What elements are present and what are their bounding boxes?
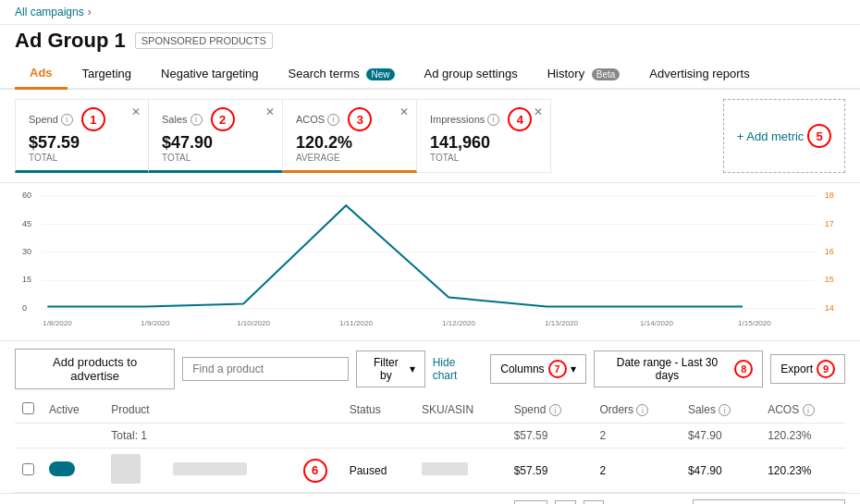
svg-text:1/14/2020: 1/14/2020 <box>640 319 673 327</box>
svg-text:1/12/2020: 1/12/2020 <box>442 319 475 327</box>
metric-spend-close[interactable]: ✕ <box>131 105 141 118</box>
th-sales: Sales i <box>681 397 760 424</box>
spend-info-icon[interactable]: i <box>61 114 73 126</box>
impressions-info-icon[interactable]: i <box>487 114 499 126</box>
tab-negative-targeting[interactable]: Negative targeting <box>146 59 274 90</box>
row-sku-blurred <box>422 462 468 475</box>
th-sku: SKU/ASIN <box>414 397 507 424</box>
spend-th-info[interactable]: i <box>549 404 561 416</box>
metrics-row: Spend i 1 $57.59 TOTAL ✕ Sales i 2 $47.9… <box>0 90 860 183</box>
svg-text:45: 45 <box>22 219 31 228</box>
acos-info-icon[interactable]: i <box>327 114 339 126</box>
row-orders: 2 <box>592 449 680 493</box>
columns-button[interactable]: Columns 7 ▾ <box>490 354 585 384</box>
page-header: Ad Group 1 SPONSORED PRODUCTS <box>0 25 860 58</box>
th-product: Product <box>104 397 341 424</box>
orders-th-info[interactable]: i <box>636 404 648 416</box>
row-checkbox[interactable] <box>22 463 34 475</box>
metric-spend[interactable]: Spend i 1 $57.59 TOTAL ✕ <box>15 99 149 173</box>
search-input[interactable] <box>182 357 349 381</box>
hide-chart-button[interactable]: Hide chart <box>433 356 484 382</box>
data-row-circle: 6 <box>303 459 327 483</box>
sales-circle: 2 <box>211 107 235 131</box>
prev-page-button[interactable]: ‹ <box>555 500 575 504</box>
svg-text:1/15/2020: 1/15/2020 <box>738 319 771 327</box>
breadcrumb-link[interactable]: All campaigns <box>15 6 84 18</box>
metric-acos-value: 120.2% <box>296 133 403 153</box>
export-button[interactable]: Export 9 <box>770 354 845 384</box>
select-all-checkbox[interactable] <box>22 402 34 414</box>
th-status: Status <box>342 397 414 424</box>
metric-acos[interactable]: ACOS i 3 120.2% AVERAGE ✕ <box>283 99 417 173</box>
impressions-circle: 4 <box>508 107 532 131</box>
results-per-page-select[interactable]: Results per page: 50 Results per page: 2… <box>693 499 845 504</box>
filter-chevron-icon: ▾ <box>410 363 415 375</box>
metric-impressions-sub: TOTAL <box>430 153 537 163</box>
date-range-button[interactable]: Date range - Last 30 days 8 <box>594 350 764 387</box>
svg-text:18: 18 <box>825 191 834 200</box>
metric-sales-label: Sales i 2 <box>162 107 269 131</box>
metric-sales-sub: TOTAL <box>162 153 269 163</box>
th-spend: Spend i <box>507 397 593 424</box>
new-badge: New <box>366 68 394 80</box>
svg-text:60: 60 <box>22 191 31 200</box>
page-input[interactable] <box>514 500 547 504</box>
add-metric-button[interactable]: + Add metric 5 <box>723 99 845 173</box>
svg-text:16: 16 <box>825 247 834 256</box>
metric-spend-label: Spend i 1 <box>29 107 135 131</box>
product-name-blurred <box>173 462 247 475</box>
chart-svg: 60 45 30 15 0 18 17 16 15 14 1/8/2020 1/… <box>15 187 845 337</box>
svg-text:1/10/2020: 1/10/2020 <box>237 319 270 327</box>
svg-text:1/13/2020: 1/13/2020 <box>545 319 578 327</box>
svg-text:1/8/2020: 1/8/2020 <box>43 319 72 327</box>
product-image <box>111 454 141 484</box>
svg-text:1/9/2020: 1/9/2020 <box>141 319 170 327</box>
next-page-button[interactable]: › <box>584 500 604 504</box>
spend-circle: 1 <box>81 107 105 131</box>
date-range-circle: 8 <box>734 360 753 378</box>
columns-circle: 7 <box>548 360 567 378</box>
row-status: Paused <box>342 449 414 493</box>
tab-search-terms[interactable]: Search terms New <box>274 59 410 90</box>
tab-history[interactable]: History Beta <box>533 59 635 90</box>
total-acos: 120.23% <box>760 424 845 449</box>
metric-spend-sub: TOTAL <box>29 153 135 163</box>
tabs-nav: Ads Targeting Negative targeting Search … <box>0 58 860 90</box>
table-total-row: Total: 1 $57.59 2 $47.90 120.23% <box>15 424 845 449</box>
svg-text:1/11/2020: 1/11/2020 <box>339 319 373 327</box>
add-metric-circle: 5 <box>807 124 831 148</box>
metric-impressions-value: 141,960 <box>430 133 537 153</box>
tab-targeting[interactable]: Targeting <box>68 59 146 90</box>
total-label: Total: 1 <box>104 424 341 449</box>
th-acos: ACOS i <box>760 397 845 424</box>
sales-th-info[interactable]: i <box>719 404 731 416</box>
tab-advertising-reports[interactable]: Advertising reports <box>634 59 764 90</box>
metric-acos-sub: AVERAGE <box>296 153 403 163</box>
table-row: 6 Paused $57.59 2 $47.90 120.23% <box>15 449 845 493</box>
row-spend: $57.59 <box>507 449 593 493</box>
metric-sales-value: $47.90 <box>162 133 269 153</box>
metric-impressions[interactable]: Impressions i 4 141,960 TOTAL ✕ <box>417 99 551 173</box>
add-products-button[interactable]: Add products to advertise <box>15 349 175 389</box>
total-spend: $57.59 <box>507 424 593 449</box>
metric-sales[interactable]: Sales i 2 $47.90 TOTAL ✕ <box>149 99 283 173</box>
toolbar-right: Hide chart Columns 7 ▾ Date range - Last… <box>433 350 845 387</box>
svg-text:15: 15 <box>22 275 31 284</box>
active-toggle[interactable] <box>49 461 75 476</box>
tab-ad-group-settings[interactable]: Ad group settings <box>410 59 533 90</box>
export-circle: 9 <box>817 360 835 378</box>
pagination-row: Go to page ‹ › 1 - 1 of 1 result Results… <box>0 493 860 504</box>
metric-impressions-close[interactable]: ✕ <box>534 105 543 118</box>
breadcrumb: All campaigns › <box>0 0 860 25</box>
tab-ads[interactable]: Ads <box>15 58 68 90</box>
acos-th-info[interactable]: i <box>803 404 815 416</box>
products-table: Active Product Status SKU/ASIN Spend i O… <box>15 397 845 493</box>
metric-acos-close[interactable]: ✕ <box>399 105 409 118</box>
sales-info-icon[interactable]: i <box>190 114 203 126</box>
metric-sales-close[interactable]: ✕ <box>265 105 275 118</box>
filter-button[interactable]: Filter by ▾ <box>356 350 425 387</box>
page-title: Ad Group 1 <box>15 29 126 53</box>
sponsored-badge: SPONSORED PRODUCTS <box>135 32 273 49</box>
svg-text:15: 15 <box>825 275 834 284</box>
metric-acos-label: ACOS i 3 <box>296 107 403 131</box>
